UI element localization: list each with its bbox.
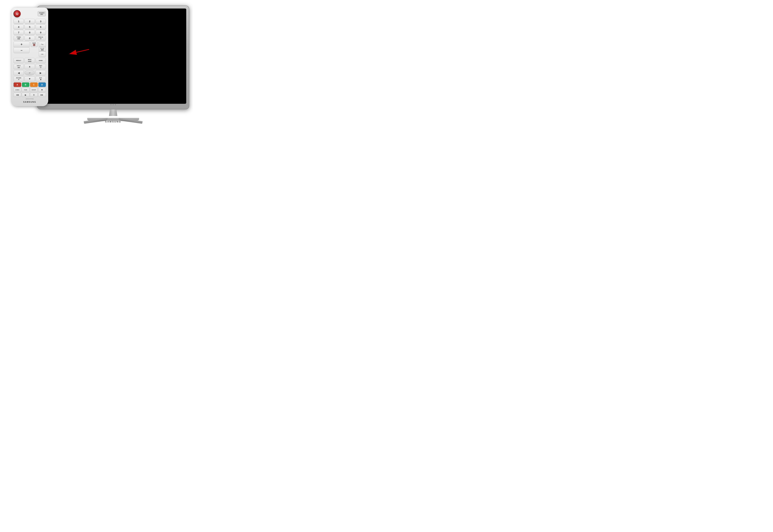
num-7-button[interactable]: 7 xyxy=(14,30,24,35)
vol-ch-section: + − MUTE 🔇 P▲ CH LIST ⊞⊞ P▼ xyxy=(14,42,46,57)
right-button[interactable]: ▶ xyxy=(36,70,46,75)
scene: SAMSUNG ⏻ SOURCE xyxy=(0,0,193,133)
color-button-d[interactable]: D xyxy=(38,82,46,87)
color-button-b[interactable]: B xyxy=(22,82,29,87)
pause-button[interactable]: ⏸ xyxy=(30,93,38,97)
vol-plus-button[interactable]: + xyxy=(14,42,29,47)
number-grid: 1 2 3 4 5 6 7 8 9 xyxy=(14,19,46,35)
special-row: TTI/MIX ⊟⊟ 0 PRE-CH ↺ xyxy=(14,36,46,41)
tv: SAMSUNG xyxy=(37,6,189,124)
channel-block: P▲ CH LIST ⊞⊞ P▼ xyxy=(39,42,46,57)
num-6-button[interactable]: 6 xyxy=(36,24,46,29)
left-button[interactable]: ◀ xyxy=(14,70,24,75)
tv-stand-legs xyxy=(80,109,146,120)
tv-control-dot xyxy=(110,104,111,105)
tv-bottom-controls xyxy=(40,103,186,106)
num-8-button[interactable]: 8 xyxy=(24,30,35,35)
color-button-a[interactable]: A xyxy=(14,82,21,87)
tv-control-dot-2 xyxy=(113,104,114,105)
source-icon: ⊟⊡ xyxy=(40,14,43,15)
remote-brand: SAMSUNG xyxy=(23,101,36,103)
tools-button[interactable]: toOLS ⊟⊟ xyxy=(14,64,24,69)
ch-down-button[interactable]: P▼ xyxy=(39,52,46,57)
color-buttons-row: A B C D xyxy=(14,82,46,87)
power-button[interactable]: ⏻ xyxy=(14,10,21,17)
num-5-button[interactable]: 5 xyxy=(24,24,35,29)
num-0-button[interactable]: 0 xyxy=(24,36,35,41)
emenu-button[interactable]: E-MENU xyxy=(14,88,21,92)
tv-bottom xyxy=(37,109,189,120)
adsubt-button[interactable]: AD/SUBT xyxy=(30,88,38,92)
remote-serial: AA59-00796A xyxy=(26,98,34,100)
info-button[interactable]: INFO ⓘ xyxy=(36,64,46,69)
tv-control-dot-3 xyxy=(115,104,116,105)
center-return-button[interactable]: ↩ xyxy=(24,70,35,75)
remote: ⏻ SOURCE ⊟⊡ 1 2 3 4 5 6 7 8 9 TTI/MIX ⊟⊟ xyxy=(11,7,48,106)
return-exit-row: RETURN ↺ ▼ EXIT ⊠ xyxy=(14,76,46,82)
volume-block: + − xyxy=(14,42,29,53)
ch-list-button[interactable]: CH LIST ⊞⊞ xyxy=(39,47,46,52)
num-2-button[interactable]: 2 xyxy=(24,19,35,24)
up-button[interactable]: ▲ xyxy=(24,64,35,69)
tv-screen xyxy=(40,9,186,104)
num-9-button[interactable]: 9 xyxy=(36,30,46,35)
tv-bezel xyxy=(37,6,189,109)
stand-center xyxy=(108,109,118,116)
menu-guide-row: MEDIA.P MENU ⊟⊟⊟ GUIDE xyxy=(14,58,46,63)
ff-button[interactable]: ▶▶ xyxy=(38,93,46,97)
psize-button[interactable]: P.SIZE xyxy=(22,88,29,92)
vol-minus-button[interactable]: − xyxy=(14,48,29,53)
stop-button[interactable]: ■ xyxy=(38,88,46,92)
num-1-button[interactable]: 1 xyxy=(14,19,24,24)
prech-button[interactable]: PRE-CH ↺ xyxy=(36,36,46,41)
color-button-c[interactable]: C xyxy=(30,82,38,87)
down-button[interactable]: ▼ xyxy=(24,76,35,82)
mute-button[interactable]: MUTE 🔇 xyxy=(31,42,38,47)
num-4-button[interactable]: 4 xyxy=(14,24,24,29)
return-button[interactable]: RETURN ↺ xyxy=(14,76,24,82)
play-button[interactable]: ▶ xyxy=(22,93,29,97)
menu-button[interactable]: MENU ⊟⊟⊟ xyxy=(24,58,35,63)
nav-row: ◀ ↩ ▶ xyxy=(14,70,46,75)
func-row: E-MENU P.SIZE AD/SUBT ■ xyxy=(14,88,46,92)
num-3-button[interactable]: 3 xyxy=(36,19,46,24)
exit-button[interactable]: EXIT ⊠ xyxy=(36,76,46,82)
tti-mix-button[interactable]: TTI/MIX ⊟⊟ xyxy=(14,36,24,41)
media-row: ◀◀ ▶ ⏸ ▶▶ xyxy=(14,93,46,97)
mediap-button[interactable]: MEDIA.P xyxy=(14,58,24,63)
stand-shadow xyxy=(89,120,137,122)
remote-top-row: ⏻ SOURCE ⊟⊡ xyxy=(14,10,46,17)
guide-button[interactable]: GUIDE xyxy=(36,58,46,63)
source-label: SOURCE xyxy=(39,12,44,14)
source-button[interactable]: SOURCE ⊟⊡ xyxy=(38,11,46,16)
rewind-button[interactable]: ◀◀ xyxy=(14,93,21,97)
ch-up-button[interactable]: P▲ xyxy=(39,42,46,47)
tools-info-row: toOLS ⊟⊟ ▲ INFO ⓘ xyxy=(14,64,46,69)
power-icon: ⏻ xyxy=(16,12,18,15)
